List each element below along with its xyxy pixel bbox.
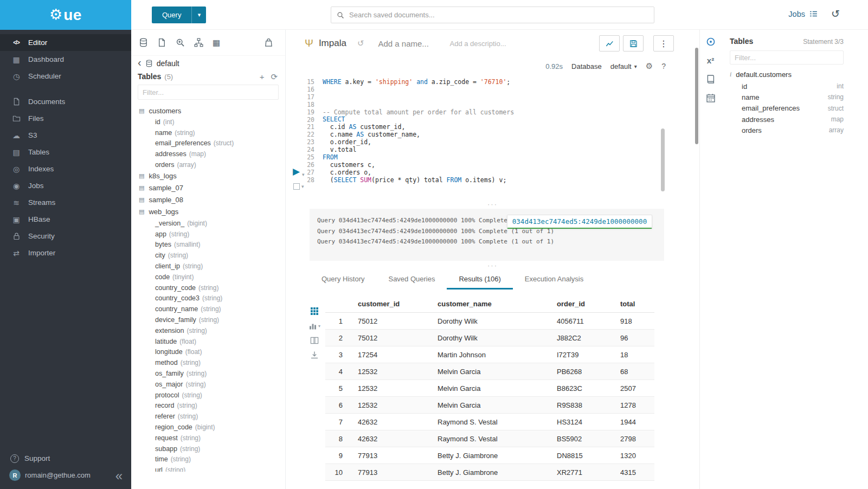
sidebar-item-s3[interactable]: ☁S3 [0,127,131,144]
assist-column-row[interactable]: url(string) [139,465,285,472]
assist-column-row[interactable]: os_family(string) [139,368,285,379]
chart-button[interactable] [599,35,620,52]
schedule-icon[interactable] [706,93,716,103]
assist-column-row[interactable]: name(string) [139,127,285,138]
assist-column-row[interactable]: time(string) [139,454,285,465]
assist-column-row[interactable]: email_preferences(struct) [139,138,285,149]
assist-column-row[interactable]: addresses(map) [139,149,285,159]
query-history-icon[interactable]: ↺ [357,38,364,48]
assist-column-row[interactable]: subapp(string) [139,443,285,454]
database-name[interactable]: default [157,59,179,68]
documents-source-icon[interactable] [157,38,166,47]
assist-column-row[interactable]: record(string) [139,401,285,411]
assist-column-row[interactable]: country_name(string) [139,304,285,314]
document-search[interactable] [331,7,654,23]
execute-query-button[interactable]: ▶ [293,167,300,176]
assist-column-row[interactable]: longitude(float) [139,347,285,358]
panel-column-row[interactable]: ordersarray [730,125,844,136]
hdfs-sitemap-icon[interactable] [194,38,203,47]
sidebar-item-jobs[interactable]: ◉Jobs [0,177,131,194]
table-row[interactable]: 1077913Betty J. GiambroneXR27714315 [325,464,654,481]
history-icon[interactable]: ↺ [831,8,840,20]
main-scrollbar-thumb[interactable] [695,48,698,144]
sidebar-user[interactable]: R romain@gethue.com [0,467,131,484]
assist-column-row[interactable]: country_code(string) [139,282,285,293]
chart-view-icon[interactable]: ▾ [308,321,320,330]
sidebar-item-streams[interactable]: ≋Streams [0,194,131,211]
resize-handle-top[interactable]: ··· [286,202,699,207]
table-row[interactable]: 842632Raymond S. VestalBS59022798 [325,430,654,447]
assist-column-row[interactable]: method(string) [139,357,285,368]
assist-column-row[interactable]: referer(string) [139,411,285,422]
results-header-cell[interactable]: customer_name [431,300,550,308]
sidebar-item-hbase[interactable]: ▣HBase [0,211,131,228]
assist-table-row[interactable]: ▤k8s_logs [139,170,285,182]
assist-column-row[interactable]: device_family(string) [139,314,285,325]
panel-column-row[interactable]: addressesmap [730,114,844,125]
assist-column-row[interactable]: client_ip(string) [139,261,285,272]
columns-view-icon[interactable] [310,336,319,345]
grid-view-icon[interactable] [310,307,319,316]
assist-column-row[interactable]: request(string) [139,433,285,443]
save-button[interactable] [623,35,644,52]
new-query-dropdown[interactable]: ▾ [191,7,206,23]
query-description-input[interactable] [449,40,536,48]
panel-column-row[interactable]: idint [730,81,844,92]
panel-column-row[interactable]: email_preferencesstruct [730,103,844,114]
tab-results-106-[interactable]: Results (106) [447,270,512,289]
sidebar-item-importer[interactable]: ⇄Importer [0,244,131,261]
editor-scrollbar-thumb[interactable] [661,128,665,191]
assist-column-row[interactable]: country_code3(string) [139,293,285,304]
new-query-button[interactable]: Query ▾ [152,7,206,23]
functions-icon[interactable]: x² [707,56,714,65]
sidebar-item-files[interactable]: Files [0,110,131,127]
assist-column-row[interactable]: os_major(string) [139,379,285,390]
hue-logo[interactable]: ⚙ ue [0,0,131,30]
sidebar-collapse-button[interactable]: « [115,469,123,482]
assist-column-row[interactable]: latitude(float) [139,336,285,347]
table-row[interactable]: 612532Melvin GarciaR9S8381278 [325,397,654,414]
sidebar-item-tables[interactable]: ▤Tables [0,144,131,160]
assistant-docs-icon[interactable] [706,37,716,47]
right-panel-filter-input[interactable] [735,54,839,62]
assist-column-row[interactable]: code(tinyint) [139,272,285,282]
database-selector[interactable]: default ▾ [610,62,637,70]
sidebar-item-dashboard[interactable]: ▦Dashboard [0,51,131,68]
search-input[interactable] [349,11,648,19]
apps-grid-icon[interactable]: ▦ [213,38,220,48]
assist-column-row[interactable]: city(string) [139,250,285,261]
sidebar-item-support[interactable]: ? Support [0,450,131,467]
assist-column-row[interactable]: app(string) [139,229,285,240]
code-editor[interactable]: 1516171819202122232425262728 WHERE a.key… [286,76,699,207]
active-table-row[interactable]: i default.customers [730,70,844,79]
assist-column-row[interactable]: protocol(string) [139,390,285,401]
results-header-cell[interactable]: customer_id [351,300,431,308]
panel-column-row[interactable]: namestring [730,92,844,102]
new-query-button-label[interactable]: Query [152,7,191,23]
more-actions-button[interactable]: ⋮ [653,35,674,52]
jobs-button[interactable]: Jobs [788,9,818,18]
sidebar-item-documents[interactable]: Documents [0,93,131,110]
add-table-icon[interactable]: + [260,73,265,81]
settings-gear-icon[interactable]: ⚙ [646,61,653,71]
tab-saved-queries[interactable]: Saved Queries [376,270,447,289]
table-row[interactable]: 742632Raymond S. VestalHS31241944 [325,414,654,430]
search-zoom-icon[interactable] [176,38,185,47]
assist-table-row[interactable]: ▤sample_07 [139,182,285,194]
sidebar-item-indexes[interactable]: ◎Indexes [0,160,131,177]
assist-column-row[interactable]: extension(string) [139,325,285,336]
download-results-icon[interactable] [310,351,319,359]
tab-execution-analysis[interactable]: Execution Analysis [513,270,595,289]
assist-column-row[interactable]: orders(array) [139,159,285,170]
refresh-tables-icon[interactable]: ⟳ [271,73,278,81]
resize-handle-bottom[interactable]: ··· [286,263,699,268]
assist-filter-input[interactable] [143,88,274,96]
assist-column-row[interactable]: region_code(bigint) [139,422,285,433]
assist-column-row[interactable]: bytes(smallint) [139,240,285,250]
assist-column-row[interactable]: id(int) [139,117,285,127]
help-icon[interactable]: ? [661,62,666,70]
assist-table-row[interactable]: ▤sample_08 [139,194,285,206]
table-row[interactable]: 412532Melvin GarciaPB626868 [325,363,654,380]
results-header-cell[interactable]: total [614,300,654,308]
sidebar-item-editor[interactable]: </>Editor [0,34,131,51]
